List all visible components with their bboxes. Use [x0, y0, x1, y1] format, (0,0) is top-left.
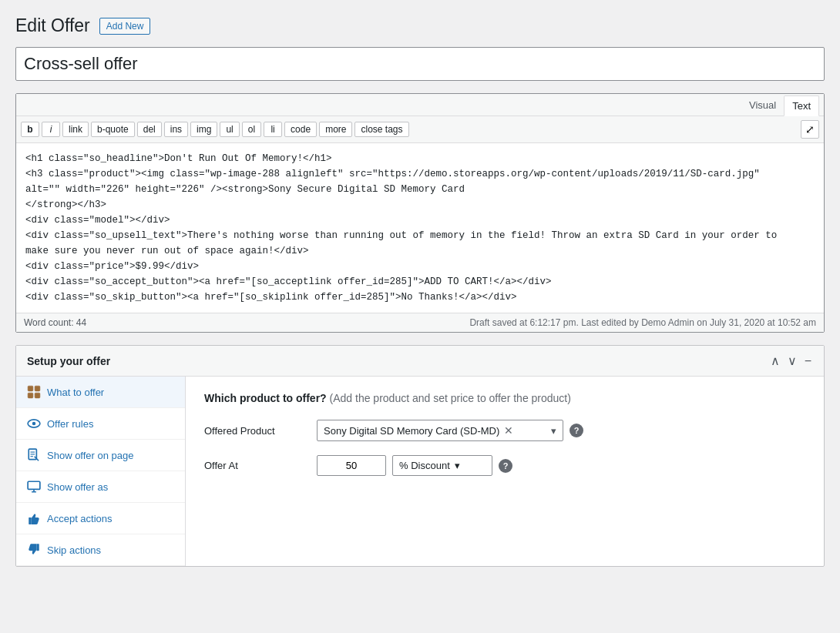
toolbar-btn-code[interactable]: code	[284, 122, 317, 137]
toolbar-btn-ul[interactable]: ul	[220, 122, 239, 137]
offer-main-title: Which product to offer? (Add the product…	[204, 392, 805, 404]
thumbdown-icon	[27, 543, 41, 557]
offer-at-help-icon[interactable]: ?	[499, 459, 512, 473]
editor-content-area[interactable]: <h1 class="so_headline">Don't Run Out Of…	[16, 143, 824, 313]
toolbar-btn-bquote[interactable]: b-quote	[91, 122, 135, 137]
eye-icon	[27, 417, 41, 430]
toolbar-btn-li[interactable]: li	[264, 122, 282, 137]
toolbar-btn-i[interactable]: i	[42, 122, 60, 137]
svg-rect-13	[29, 517, 31, 524]
nav-label-what-to-offer: What to offer	[47, 387, 104, 398]
offered-product-help-icon[interactable]: ?	[570, 424, 583, 437]
box-icon	[27, 385, 41, 399]
svg-rect-10	[28, 481, 40, 489]
draft-info: Draft saved at 6:12:17 pm. Last edited b…	[469, 317, 816, 328]
offered-product-controls: Sony Digital SD Memory Card (SD-MD) ✕ ▾ …	[317, 420, 583, 441]
nav-item-what-to-offer[interactable]: What to offer	[16, 377, 185, 408]
editor-toolbar: b i link b-quote del ins img ul ol li co…	[16, 116, 824, 143]
offer-main: Which product to offer? (Add the product…	[186, 377, 824, 566]
svg-point-5	[32, 422, 36, 426]
offered-product-row: Offered Product Sony Digital SD Memory C…	[204, 420, 805, 441]
toolbar-btn-link[interactable]: link	[62, 122, 89, 137]
chevron-down-icon: ▾	[551, 425, 556, 437]
svg-rect-1	[35, 386, 40, 391]
nav-label-offer-rules: Offer rules	[47, 418, 93, 430]
tab-text[interactable]: Text	[784, 95, 819, 116]
tab-visual[interactable]: Visual	[741, 95, 784, 116]
offer-section-controls: ∧ ∨ −	[769, 353, 813, 368]
offer-at-value-input[interactable]	[317, 455, 386, 476]
offer-at-row: Offer At % Discount ▾ ?	[204, 455, 805, 476]
nav-label-show-offer-on-page: Show offer on page	[47, 450, 134, 461]
editor-footer: Word count: 44 Draft saved at 6:12:17 pm…	[16, 313, 824, 332]
toolbar-btn-b[interactable]: b	[21, 122, 39, 137]
toolbar-btn-close-tags[interactable]: close tags	[354, 122, 408, 137]
collapse-down-btn[interactable]: ∨	[786, 353, 798, 368]
word-count: Word count: 44	[24, 317, 86, 328]
nav-label-accept-actions: Accept actions	[47, 513, 113, 524]
discount-chevron-icon: ▾	[455, 460, 460, 471]
offered-product-select[interactable]: Sony Digital SD Memory Card (SD-MD) ✕ ▾	[317, 420, 563, 441]
page-header: Edit Offer Add New	[15, 15, 825, 36]
page-title: Edit Offer	[15, 15, 90, 36]
svg-rect-3	[35, 393, 40, 398]
offer-title-input[interactable]	[15, 47, 825, 81]
toolbar-btn-img[interactable]: img	[190, 122, 217, 137]
offer-section-title: Setup your offer	[27, 355, 110, 367]
offered-product-label: Offered Product	[204, 425, 304, 437]
collapse-toggle-btn[interactable]: −	[803, 353, 813, 368]
discount-type-select[interactable]: % Discount ▾	[392, 455, 492, 476]
offer-body: What to offer Offer rules	[16, 377, 824, 566]
monitor-icon	[27, 480, 41, 494]
svg-rect-8	[31, 454, 35, 454]
add-new-button[interactable]: Add New	[99, 18, 151, 35]
nav-item-accept-actions[interactable]: Accept actions	[16, 503, 185, 534]
toolbar-btn-del[interactable]: del	[137, 122, 162, 137]
toolbar-expand-btn[interactable]: ⤢	[801, 120, 819, 139]
offer-section-header: Setup your offer ∧ ∨ −	[16, 346, 824, 377]
offer-nav: What to offer Offer rules	[16, 377, 186, 566]
nav-label-show-offer-as: Show offer as	[47, 481, 108, 493]
toolbar-btn-ol[interactable]: ol	[242, 122, 261, 137]
offer-at-controls: % Discount ▾ ?	[317, 455, 512, 476]
svg-rect-7	[31, 452, 35, 453]
toolbar-btn-ins[interactable]: ins	[164, 122, 188, 137]
product-remove-icon[interactable]: ✕	[504, 424, 513, 437]
nav-label-skip-actions: Skip actions	[47, 544, 101, 556]
thumbup-icon	[27, 511, 41, 525]
editor-tabs: Visual Text	[16, 94, 824, 116]
editor-container: Visual Text b i link b-quote del ins img…	[15, 93, 825, 333]
nav-item-show-offer-on-page[interactable]: Show offer on page	[16, 440, 185, 471]
offer-at-label: Offer At	[204, 460, 304, 471]
discount-type-label: % Discount	[399, 460, 450, 471]
product-tag: Sony Digital SD Memory Card (SD-MD) ✕	[324, 424, 513, 437]
collapse-up-btn[interactable]: ∧	[769, 353, 781, 368]
svg-rect-2	[28, 393, 33, 398]
nav-item-show-offer-as[interactable]: Show offer as	[16, 471, 185, 503]
toolbar-btn-more[interactable]: more	[319, 122, 352, 137]
nav-item-offer-rules[interactable]: Offer rules	[16, 408, 185, 440]
svg-rect-14	[36, 544, 39, 551]
offer-section: Setup your offer ∧ ∨ −	[15, 345, 825, 567]
svg-rect-9	[31, 456, 33, 457]
nav-item-skip-actions[interactable]: Skip actions	[16, 534, 185, 566]
svg-rect-0	[28, 386, 33, 391]
page-icon	[27, 448, 41, 462]
